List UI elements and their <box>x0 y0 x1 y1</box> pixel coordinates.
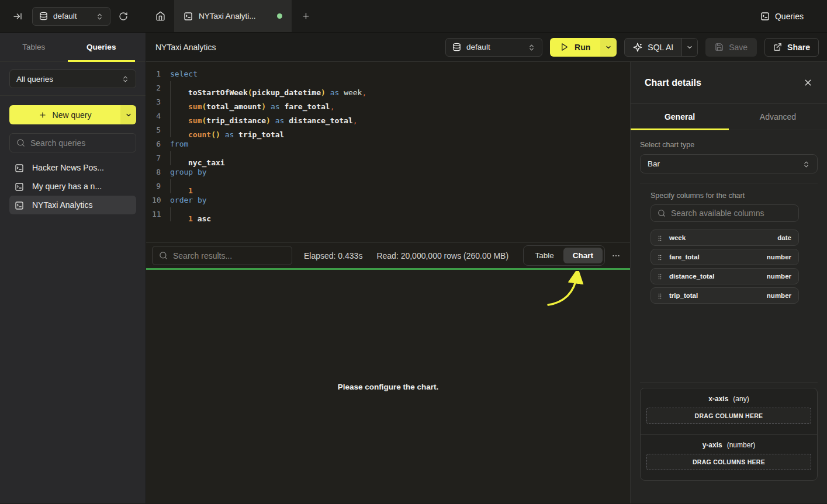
x-axis-drop-zone[interactable]: DRAG COLUMN HERE <box>646 408 811 424</box>
chart-type-select[interactable]: Bar <box>640 154 818 173</box>
sql-ai-button[interactable]: SQL AI <box>624 38 698 57</box>
code-line[interactable]: 2toStartOfWeek(pickup_datetime) as week, <box>152 81 630 95</box>
line-number: 7 <box>152 151 161 165</box>
database-icon <box>39 12 48 21</box>
new-query-label: New query <box>53 110 92 120</box>
search-icon <box>16 138 25 147</box>
query-list: Hacker News Pos...My query has a n...NYT… <box>9 158 136 214</box>
queries-button[interactable]: Queries <box>760 0 804 32</box>
home-tab[interactable] <box>146 0 174 32</box>
tab-nytaxi-analytics[interactable]: NYTaxi Analyti... <box>174 0 292 32</box>
database-icon <box>452 43 461 52</box>
code-line[interactable]: 10order by <box>152 193 630 207</box>
code-line[interactable]: 1select <box>152 67 630 81</box>
indent-guide <box>170 151 188 165</box>
y-axis-section: y-axis (number) DRAG COLUMNS HERE <box>641 435 817 480</box>
code-line[interactable]: 8group by <box>152 165 630 179</box>
code-text: 1 <box>170 179 193 193</box>
column-chip-week[interactable]: weekdate <box>650 230 799 246</box>
code-line[interactable]: 3sum(total_amount) as fare_total, <box>152 95 630 109</box>
new-query-main[interactable]: New query <box>9 105 120 124</box>
query-filter: All queries <box>9 69 136 88</box>
new-query-dropdown[interactable] <box>120 105 136 124</box>
code-line[interactable]: 111 asc <box>152 207 630 221</box>
new-query-button[interactable]: New query <box>9 105 136 124</box>
chevrons-up-down-icon <box>802 159 810 168</box>
y-axis-drop-zone[interactable]: DRAG COLUMNS HERE <box>646 454 811 470</box>
chevron-down-icon <box>686 44 693 51</box>
save-button-label: Save <box>729 43 748 52</box>
ellipsis-icon <box>611 251 621 260</box>
content-row: 1select2toStartOfWeek(pickup_datetime) a… <box>146 62 827 503</box>
refresh-icon[interactable] <box>119 12 128 21</box>
toolbar-database-value: default <box>466 43 490 51</box>
tab-tables[interactable]: Tables <box>0 33 68 61</box>
search-columns-field[interactable] <box>650 204 799 222</box>
code-text: select <box>170 67 198 81</box>
sql-ai-dropdown[interactable] <box>681 39 697 56</box>
top-bar-left: default <box>0 0 146 32</box>
chart-view-button[interactable]: Chart <box>563 248 603 263</box>
search-queries-input[interactable] <box>30 138 129 148</box>
x-axis-label: x-axis <box>708 395 728 403</box>
search-results-field[interactable] <box>152 246 292 265</box>
table-view-button[interactable]: Table <box>525 248 563 263</box>
more-options-icon[interactable] <box>611 251 621 260</box>
sparkles-icon <box>633 43 642 52</box>
search-results-input[interactable] <box>173 251 285 260</box>
line-number: 11 <box>152 207 161 221</box>
axis-config: x-axis (any) DRAG COLUMN HERE y-axis (nu… <box>640 388 818 481</box>
run-dropdown[interactable] <box>600 38 617 57</box>
code-text: sum(trip_distance) as distance_total, <box>170 109 358 123</box>
column-chip-trip_total[interactable]: trip_totalnumber <box>650 287 799 304</box>
drag-handle-icon[interactable] <box>656 252 663 262</box>
terminal-icon <box>760 11 770 21</box>
new-tab-button[interactable] <box>292 0 320 32</box>
run-button[interactable]: Run <box>550 38 617 57</box>
query-list-item[interactable]: My query has a n... <box>9 177 136 196</box>
sidebar-tabs: Tables Queries <box>0 33 146 62</box>
chart-placeholder-message: Please configure the chart. <box>338 383 439 391</box>
column-chip-fare_total[interactable]: fare_totalnumber <box>650 249 799 265</box>
code-line[interactable]: 6from <box>152 137 630 151</box>
column-type: date <box>777 234 791 241</box>
code-line[interactable]: 5count() as trip_total <box>152 123 630 137</box>
code-line[interactable]: 91 <box>152 179 630 193</box>
drag-handle-icon[interactable] <box>656 272 663 281</box>
query-list-item[interactable]: Hacker News Pos... <box>9 158 136 177</box>
chevrons-up-down-icon <box>528 43 535 51</box>
collapse-sidebar-icon[interactable] <box>13 12 22 21</box>
search-queries-field[interactable] <box>9 133 136 152</box>
query-item-label: Hacker News Pos... <box>32 163 104 172</box>
run-button-main[interactable]: Run <box>550 38 600 57</box>
close-icon[interactable] <box>803 78 813 88</box>
sql-ai-main[interactable]: SQL AI <box>625 39 681 56</box>
toolbar-database-selector[interactable]: default <box>445 38 542 57</box>
sql-editor[interactable]: 1select2toStartOfWeek(pickup_datetime) a… <box>146 62 630 242</box>
code-line[interactable]: 7nyc_taxi <box>152 151 630 165</box>
top-database-selector[interactable]: default <box>32 7 110 26</box>
query-list-item[interactable]: NYTaxi Analytics <box>9 196 136 214</box>
code-line[interactable]: 4sum(trip_distance) as distance_total, <box>152 109 630 123</box>
column-name: week <box>669 234 686 241</box>
indent-guide <box>170 109 188 123</box>
line-number: 8 <box>152 165 161 179</box>
panel-title: Chart details <box>645 78 701 88</box>
share-button[interactable]: Share <box>764 38 819 57</box>
indent-guide <box>170 123 188 137</box>
query-filter-select[interactable]: All queries <box>9 69 136 88</box>
tab-general[interactable]: General <box>631 104 729 130</box>
drag-handle-icon[interactable] <box>656 233 663 242</box>
code-text: group by <box>170 165 207 179</box>
tab-advanced[interactable]: Advanced <box>729 104 827 130</box>
hint-arrow <box>544 271 590 312</box>
queries-button-label: Queries <box>775 12 804 21</box>
query-item-label: NYTaxi Analytics <box>32 200 92 210</box>
column-chip-distance_total[interactable]: distance_totalnumber <box>650 268 799 284</box>
column-list: weekdatefare_totalnumberdistance_totalnu… <box>650 230 799 304</box>
save-button[interactable]: Save <box>705 38 757 57</box>
tab-queries[interactable]: Queries <box>68 33 136 61</box>
play-icon <box>560 43 569 51</box>
search-columns-input[interactable] <box>671 208 792 218</box>
drag-handle-icon[interactable] <box>656 291 663 300</box>
